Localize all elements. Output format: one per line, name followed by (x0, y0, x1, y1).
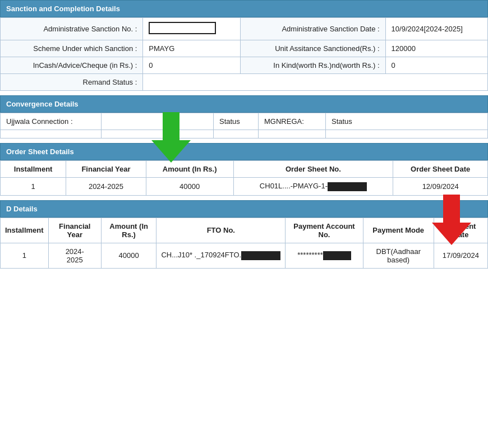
admin-sanction-date-value: 10/9/2024[2024-2025] (385, 18, 487, 40)
order-sheet-no-masked (328, 182, 367, 191)
amount-val: 40000 (146, 178, 233, 196)
fto-table: Installment Financial Year Amount (In Rs… (0, 218, 488, 269)
fto-no-val: CH...J10* ._170924FTO. (156, 243, 286, 268)
table-row: 1 2024-2025 40000 CH...J10* ._170924FTO.… (1, 243, 488, 268)
status1-label: Status (214, 113, 259, 130)
admin-sanction-no-value (143, 18, 241, 40)
table-row (1, 130, 488, 138)
green-down-arrow-icon (151, 112, 191, 163)
payment-mode-val: DBT(Aadhaar based) (363, 243, 434, 268)
admin-sanction-date-label: Administrative Sanction Date : (240, 18, 385, 40)
payment-account-masked (323, 251, 351, 260)
payment-account-val: ********* (286, 243, 363, 268)
remand-status-label: Remand Status : (1, 74, 143, 91)
order-sheet-table: Installment Financial Year Amount (In Rs… (0, 160, 488, 196)
col-fto-amount: Amount (In Rs.) (101, 218, 156, 243)
red-arrow (432, 195, 471, 247)
order-sheet-section-header: Order Sheet Details (0, 143, 488, 160)
col-fto-no: FTO No. (156, 218, 286, 243)
convergence-section-header: Convergence Details (0, 95, 488, 113)
incash-value: 0 (143, 57, 241, 74)
status2-label: Status (326, 113, 488, 130)
status1-value (214, 130, 259, 138)
financial-year-val: 2024-2025 (66, 178, 146, 196)
col-fto-installment: Installment (1, 218, 49, 243)
order-sheet-section: Order Sheet Details Installment Financia… (0, 143, 488, 196)
svg-marker-0 (151, 112, 191, 163)
unit-assistance-label: Unit Assitance Sanctioned(Rs.) : (240, 40, 385, 57)
table-row: Scheme Under which Sanction : PMAYG Unit… (1, 40, 488, 57)
scheme-label: Scheme Under which Sanction : (1, 40, 143, 57)
mgnrega-label: MGNREGA: (259, 113, 326, 130)
inkind-value: 0 (385, 57, 487, 74)
incash-label: InCash/Advice/Cheque (in Rs.) : (1, 57, 143, 74)
fto-section-header: D Details (0, 200, 488, 218)
fto-installment-val: 1 (1, 243, 49, 268)
admin-sanction-no-input[interactable] (149, 22, 216, 34)
scheme-value: PMAYG (143, 40, 241, 57)
sanction-section: Sanction and Completion Details Administ… (0, 0, 488, 91)
red-down-arrow-icon (432, 195, 471, 245)
col-order-sheet-date: Order Sheet Date (393, 161, 488, 178)
sanction-section-header: Sanction and Completion Details (0, 0, 488, 17)
remand-status-value (143, 74, 488, 91)
convergence-table: Ujjwala Connection : Status MGNREGA: Sta… (0, 113, 488, 138)
col-payment-account-no: Payment Account No. (286, 218, 363, 243)
table-row: Administrative Sanction No. : Administra… (1, 18, 488, 40)
fto-financial-year-val: 2024-2025 (48, 243, 101, 268)
payment-date-val: 17/09/2024 (434, 243, 487, 268)
ujjwala-label: Ujjwala Connection : (1, 113, 102, 130)
table-row: InCash/Advice/Cheque (in Rs.) : 0 In Kin… (1, 57, 488, 74)
table-header-row: Installment Financial Year Amount (In Rs… (1, 218, 488, 243)
table-row: 1 2024-2025 40000 CH01L....-PMAYG-1- 12/… (1, 178, 488, 196)
fto-section-wrapper: D Details Installment Financial Year Amo… (0, 200, 488, 269)
fto-no-masked (241, 251, 280, 260)
convergence-wrapper: Convergence Details Ujjwala Connection :… (0, 95, 488, 138)
table-row: Remand Status : (1, 74, 488, 91)
col-order-sheet-no: Order Sheet No. (233, 161, 393, 178)
fto-amount-val: 40000 (101, 243, 156, 268)
mgnrega-value (259, 130, 326, 138)
status2-value (326, 130, 488, 138)
sanction-detail-table: Administrative Sanction No. : Administra… (0, 17, 488, 91)
ujjwala-empty (1, 130, 102, 138)
col-fto-financial-year: Financial Year (48, 218, 101, 243)
svg-marker-1 (432, 195, 471, 245)
order-sheet-no-val: CH01L....-PMAYG-1- (233, 178, 393, 196)
table-row: Ujjwala Connection : Status MGNREGA: Sta… (1, 113, 488, 130)
installment-val: 1 (1, 178, 66, 196)
col-amount: Amount (In Rs.) (146, 161, 233, 178)
inkind-label: In Kind(worth Rs.)nd(worth Rs.) : (240, 57, 385, 74)
order-sheet-date-val: 12/09/2024 (393, 178, 488, 196)
col-financial-year: Financial Year (66, 161, 146, 178)
admin-sanction-no-label: Administrative Sanction No. : (1, 18, 143, 40)
unit-assistance-value: 120000 (385, 40, 487, 57)
col-payment-mode: Payment Mode (363, 218, 434, 243)
col-installment: Installment (1, 161, 66, 178)
table-header-row: Installment Financial Year Amount (In Rs… (1, 161, 488, 178)
